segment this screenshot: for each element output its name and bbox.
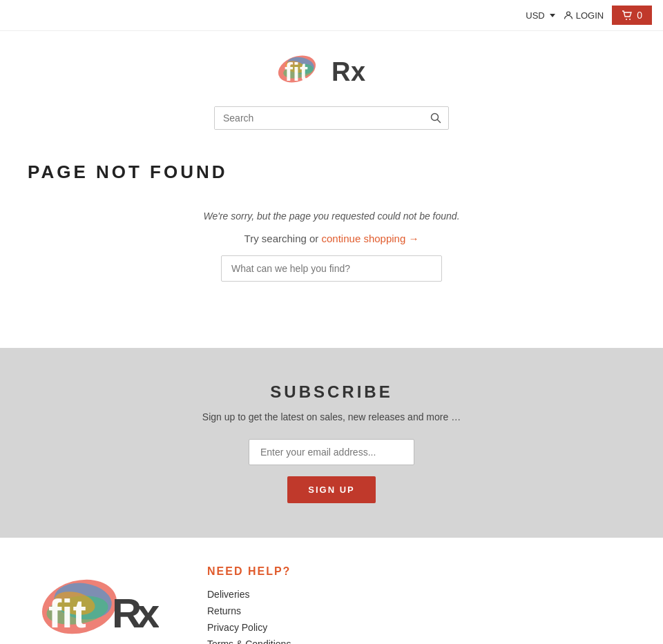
footer-logo-area: fit R x xyxy=(41,565,166,644)
currency-selector[interactable]: USD xyxy=(526,10,555,21)
login-label: LOGIN xyxy=(576,10,604,21)
try-search-prefix: Try searching or xyxy=(244,233,322,244)
svg-text:fit: fit xyxy=(285,58,308,86)
footer-links-list: Deliveries Returns Privacy Policy Terms … xyxy=(207,589,622,644)
privacy-policy-link[interactable]: Privacy Policy xyxy=(207,622,267,633)
subscribe-section: SUBSCRIBE Sign up to get the latest on s… xyxy=(0,348,663,538)
logo-area[interactable]: fit R x xyxy=(276,45,387,95)
chevron-down-icon xyxy=(550,14,555,17)
top-bar: USD LOGIN 0 xyxy=(0,0,663,31)
list-item: Privacy Policy xyxy=(207,622,622,633)
continue-shopping-link[interactable]: continue shopping → xyxy=(322,233,419,244)
subscribe-title: SUBSCRIBE xyxy=(14,382,649,402)
signup-button[interactable]: SIGN UP xyxy=(287,476,375,503)
error-message: We're sorry, but the page you requested … xyxy=(28,211,635,222)
svg-point-0 xyxy=(566,12,570,15)
cart-icon xyxy=(622,10,633,20)
svg-text:R: R xyxy=(332,57,350,86)
help-search-input[interactable] xyxy=(221,255,442,282)
cart-button[interactable]: 0 xyxy=(612,6,652,25)
footer: fit R x NEED HELP? Deliveries Returns Pr… xyxy=(0,538,663,644)
svg-point-1 xyxy=(626,19,627,20)
svg-point-2 xyxy=(629,19,631,20)
search-input[interactable] xyxy=(215,107,423,129)
svg-text:x: x xyxy=(351,57,365,86)
terms-conditions-link[interactable]: Terms & Conditions xyxy=(207,638,291,644)
fitrx-logo: fit R x xyxy=(276,45,387,93)
email-input[interactable] xyxy=(249,439,414,465)
list-item: Deliveries xyxy=(207,589,622,600)
need-help-title: NEED HELP? xyxy=(207,565,622,578)
svg-line-11 xyxy=(438,120,441,123)
footer-links-area: NEED HELP? Deliveries Returns Privacy Po… xyxy=(207,565,622,644)
deliveries-link[interactable]: Deliveries xyxy=(207,589,249,600)
cart-count: 0 xyxy=(637,10,642,21)
returns-link[interactable]: Returns xyxy=(207,605,241,616)
subscribe-description: Sign up to get the latest on sales, new … xyxy=(14,411,649,422)
page-title: PAGE NOT FOUND xyxy=(28,162,635,183)
site-header: fit R x xyxy=(0,31,663,141)
help-search-wrap xyxy=(28,255,635,282)
main-content: PAGE NOT FOUND We're sorry, but the page… xyxy=(0,141,663,348)
search-icon xyxy=(430,113,441,124)
footer-main: fit R x NEED HELP? Deliveries Returns Pr… xyxy=(0,538,663,644)
search-bar xyxy=(214,106,449,130)
login-button[interactable]: LOGIN xyxy=(564,10,604,21)
user-icon xyxy=(564,10,573,20)
svg-text:fit: fit xyxy=(48,591,86,636)
list-item: Returns xyxy=(207,605,622,616)
search-submit-button[interactable] xyxy=(423,107,448,129)
svg-text:x: x xyxy=(137,590,159,636)
try-search-text: Try searching or continue shopping → xyxy=(28,233,635,244)
currency-label: USD xyxy=(526,10,544,21)
footer-fitrx-logo: fit R x xyxy=(41,565,159,644)
list-item: Terms & Conditions xyxy=(207,638,622,644)
